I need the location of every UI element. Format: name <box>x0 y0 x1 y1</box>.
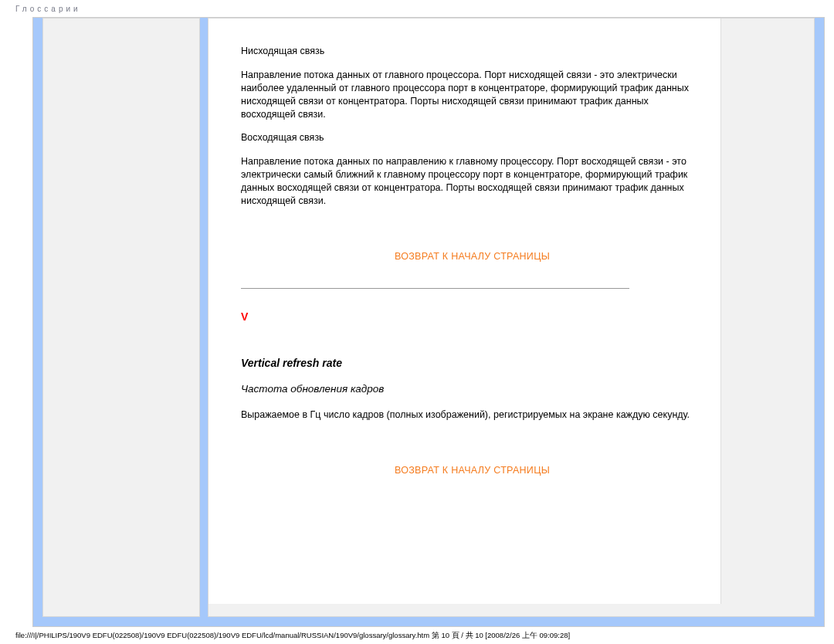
section-divider <box>241 288 629 289</box>
term-definition: Выражаемое в Гц число кадров (полных изо… <box>241 408 703 422</box>
downlink-text: Направление потока данных от главного пр… <box>241 69 703 121</box>
footer-file-path: file:///I|/PHILIPS/190V9 EDFU(022508)/19… <box>15 631 570 641</box>
uplink-text: Направление потока данных по направлению… <box>241 155 703 208</box>
term-english: Vertical refresh rate <box>241 357 703 369</box>
right-pane: Нисходящая связь Направление потока данн… <box>208 18 815 617</box>
page-header-label: Глоссарии <box>15 5 81 13</box>
term-russian: Частота обновления кадров <box>241 383 703 395</box>
return-to-top-link[interactable]: ВОЗВРАТ К НАЧАЛУ СТРАНИЦЫ <box>241 465 703 476</box>
outer-frame: Нисходящая связь Направление потока данн… <box>32 17 825 627</box>
content-page: Нисходящая связь Направление потока данн… <box>208 19 721 604</box>
left-pane <box>42 18 200 617</box>
return-to-top-link[interactable]: ВОЗВРАТ К НАЧАЛУ СТРАНИЦЫ <box>241 251 703 262</box>
uplink-heading: Восходящая связь <box>241 131 703 144</box>
downlink-heading: Нисходящая связь <box>241 45 703 58</box>
section-letter-v: V <box>241 310 703 323</box>
